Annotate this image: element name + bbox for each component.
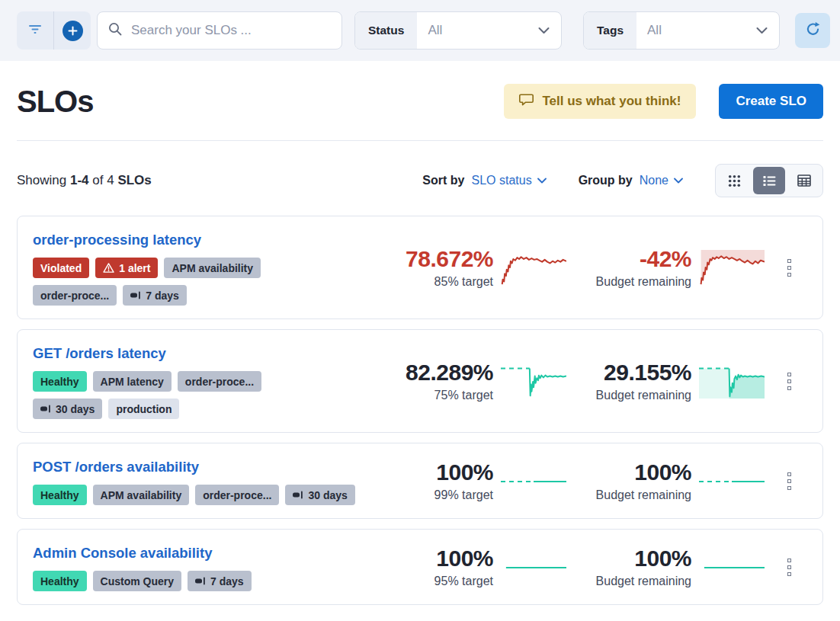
budget-label: Budget remaining (572, 488, 691, 502)
budget-label: Budget remaining (572, 275, 691, 289)
tags-filter-select[interactable]: Tags All (583, 11, 780, 50)
chevron-down-icon (537, 178, 547, 184)
sli-sparkline (501, 549, 566, 584)
sli-target: 99% target (374, 488, 493, 502)
speech-bubble-icon (519, 94, 534, 110)
budget-sparkline (699, 250, 765, 285)
kebab-dot-icon (787, 379, 791, 383)
filter-actions-group (17, 11, 91, 50)
time-window-badge[interactable]: 7 days (188, 571, 252, 591)
sort-by-control[interactable]: Sort by SLO status (422, 174, 546, 187)
sli-sparkline (501, 363, 566, 399)
refresh-button[interactable] (795, 13, 830, 48)
slo-title-link[interactable]: Admin Console availability (33, 545, 212, 562)
kebab-dot-icon (787, 486, 791, 490)
time-window-icon (195, 577, 206, 585)
filters-toggle-button[interactable] (17, 11, 53, 50)
slo-card-info: POST /orders availability HealthyAPM ava… (33, 456, 368, 505)
tags-filter-value: All (636, 23, 756, 38)
error-budget-metric: 100% Budget remaining (572, 546, 765, 588)
list-icon (763, 175, 776, 187)
tag-badge[interactable]: order-proce... (178, 371, 261, 392)
kebab-dot-icon (787, 565, 791, 569)
budget-sparkline (699, 363, 765, 399)
table-icon (797, 174, 811, 187)
table-view-button[interactable] (788, 167, 820, 194)
tag-badge[interactable]: order-proce... (195, 485, 279, 505)
kebab-dot-icon (787, 273, 791, 277)
slo-card-info: Admin Console availability HealthyCustom… (33, 543, 368, 591)
tag-badge[interactable]: APM availability (93, 485, 190, 505)
feedback-button-label: Tell us what you think! (542, 94, 681, 109)
slo-title-link[interactable]: POST /orders availability (33, 459, 199, 475)
badge-row: HealthyAPM availabilityorder-proce...30 … (33, 485, 368, 505)
group-by-control[interactable]: Group by None (579, 174, 683, 187)
create-slo-label: Create SLO (736, 94, 806, 109)
create-slo-button[interactable]: Create SLO (719, 84, 823, 119)
group-by-value: None (640, 174, 683, 187)
kebab-dot-icon (787, 373, 791, 376)
time-window-badge[interactable]: 30 days (285, 485, 354, 505)
list-view-button[interactable] (753, 167, 785, 194)
chevron-down-icon (538, 27, 561, 34)
tags-filter-label: Tags (584, 12, 636, 49)
sli-status-metric: 78.672% 85% target (374, 246, 566, 289)
sli-target: 85% target (374, 275, 493, 289)
slo-title-link[interactable]: order-processing latency (33, 232, 201, 248)
refresh-icon (805, 21, 821, 40)
slo-card-info: GET /orders latency HealthyAPM latencyor… (33, 343, 368, 419)
slos-page: SLOs Tell us what you think! Create SLO … (0, 84, 840, 605)
add-filter-button[interactable] (54, 11, 91, 50)
kebab-dot-icon (787, 266, 791, 270)
error-budget-metric: 29.155% Budget remaining (572, 360, 765, 402)
time-window-badge[interactable]: 30 days (33, 399, 102, 419)
budget-sparkline (699, 549, 765, 584)
kebab-dot-icon (787, 259, 791, 263)
tag-badge[interactable]: production (108, 399, 179, 419)
sli-status-metric: 82.289% 75% target (374, 360, 566, 402)
sli-target: 95% target (374, 575, 493, 588)
tag-badge[interactable]: order-proce... (33, 285, 117, 306)
grid-view-button[interactable] (718, 167, 750, 194)
kebab-dot-icon (787, 472, 791, 476)
feedback-button[interactable]: Tell us what you think! (504, 84, 696, 119)
time-window-badge[interactable]: 7 days (123, 285, 187, 306)
tag-badge[interactable]: APM latency (93, 371, 172, 392)
slo-card[interactable]: order-processing latency Violated1 alert… (17, 216, 823, 319)
tag-badge[interactable]: APM availability (164, 258, 261, 278)
view-mode-toggle (715, 164, 823, 197)
search-input[interactable] (131, 23, 331, 38)
error-budget-metric: -42% Budget remaining (572, 246, 765, 289)
tag-badge[interactable]: Custom Query (93, 571, 181, 591)
sli-value: 82.289% (374, 360, 493, 386)
status-badge[interactable]: Healthy (33, 485, 87, 505)
status-badge[interactable]: Violated (33, 258, 89, 278)
slo-title-link[interactable]: GET /orders latency (33, 345, 166, 362)
sort-by-value: SLO status (471, 174, 546, 187)
chevron-down-icon (674, 178, 683, 184)
badge-row: HealthyCustom Query7 days (33, 571, 368, 591)
card-options-menu[interactable] (771, 472, 807, 490)
slo-card[interactable]: Admin Console availability HealthyCustom… (17, 529, 823, 605)
alert-badge[interactable]: 1 alert (95, 258, 158, 278)
card-options-menu[interactable] (771, 373, 807, 390)
budget-label: Budget remaining (572, 575, 691, 588)
status-badge[interactable]: Healthy (33, 371, 87, 392)
card-options-menu[interactable] (771, 559, 807, 576)
slo-card[interactable]: GET /orders latency HealthyAPM latencyor… (17, 329, 823, 433)
sli-status-metric: 100% 99% target (374, 459, 566, 502)
budget-value: -42% (572, 246, 691, 272)
slo-card[interactable]: POST /orders availability HealthyAPM ava… (17, 443, 823, 519)
filter-toolbar: Status All Tags All (0, 0, 840, 61)
error-budget-metric: 100% Budget remaining (572, 459, 765, 502)
status-badge[interactable]: Healthy (33, 571, 87, 591)
slo-card-list: order-processing latency Violated1 alert… (17, 216, 823, 605)
badge-row: 30 daysproduction (33, 399, 368, 419)
card-options-menu[interactable] (771, 259, 807, 277)
budget-label: Budget remaining (572, 389, 691, 402)
budget-value: 29.155% (572, 360, 691, 386)
warning-icon (103, 263, 114, 273)
sli-sparkline (501, 250, 566, 285)
status-filter-select[interactable]: Status All (354, 11, 562, 50)
sli-value: 100% (374, 459, 493, 485)
